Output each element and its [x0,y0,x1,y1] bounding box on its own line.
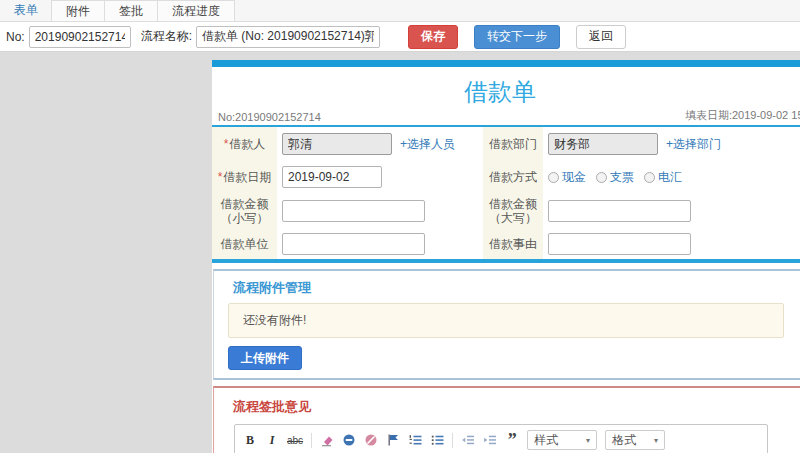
radio-icon [644,172,655,183]
command-bar: No: 流程名称: 保存 转交下一步 返回 [0,22,800,52]
forward-next-step-button[interactable]: 转交下一步 [474,25,560,49]
tab-attachment[interactable]: 附件 [51,0,105,21]
bullet-list-icon [430,433,444,447]
flag-icon [386,433,400,447]
attachment-panel: 流程附件管理 还没有附件! 上传附件 [213,269,800,380]
eraser-icon [320,433,334,447]
department-label: 借款部门 [483,127,543,161]
indent-icon [483,433,497,447]
attachment-panel-heading: 流程附件管理 [233,279,800,297]
loan-date-input[interactable] [282,166,382,188]
approval-panel-heading: 流程签批意见 [233,398,800,416]
loan-date-field [277,161,483,193]
required-mark: * [218,170,223,184]
borrower-field: +选择人员 [277,127,483,161]
loan-unit-input[interactable] [282,233,425,255]
toolbar-separator [311,433,312,448]
radio-icon [548,172,559,183]
amount-lowercase-label: 借款金额（小写） [212,193,277,229]
loan-method-label: 借款方式 [483,161,543,193]
toolbar-separator [452,433,453,448]
outdent-button[interactable] [461,432,475,448]
styles-dropdown[interactable]: 样式 ▾ [527,430,597,450]
amount-uppercase-field [543,193,800,229]
upload-attachment-button[interactable]: 上传附件 [228,346,302,370]
ordered-list-button[interactable] [408,432,422,448]
unlink-button[interactable] [364,432,378,448]
fill-date: 填表日期:2019-09-02 15:27:1 [685,108,800,123]
back-button[interactable]: 返回 [576,25,626,49]
save-button[interactable]: 保存 [408,25,458,49]
loan-reason-input[interactable] [548,233,691,255]
department-field: +选择部门 [543,127,800,161]
outdent-icon [461,433,475,447]
tab-form[interactable]: 表单 [0,0,52,21]
loan-reason-field [543,229,800,259]
amount-uppercase-input[interactable] [548,200,691,222]
amount-lowercase-input[interactable] [282,200,425,222]
blockquote-button[interactable]: ” [505,432,519,448]
required-mark: * [224,137,229,151]
no-label: No: [6,30,25,44]
unlink-icon [364,433,378,447]
top-tab-bar: 表单 附件 签批 流程进度 [0,0,800,22]
loan-reason-label: 借款事由 [483,229,543,259]
remove-format-button[interactable] [320,432,334,448]
loan-unit-field [277,229,483,259]
strikethrough-button[interactable]: abc [287,432,303,448]
format-dropdown[interactable]: 格式 ▾ [605,430,665,450]
loan-method-field: 现金 支票 电汇 [543,161,800,193]
link-button[interactable] [342,432,356,448]
process-name-label: 流程名称: [141,28,192,45]
document-panel: 借款单 No:20190902152714 填表日期:2019-09-02 15… [212,60,800,453]
editor-toolbar: B I abc [235,425,767,453]
page-title: 借款单 [212,67,788,109]
italic-button[interactable]: I [265,432,279,448]
approval-panel: 流程签批意见 B I abc [213,386,800,453]
chevron-down-icon: ▾ [586,436,590,445]
bullet-list-button[interactable] [430,432,444,448]
radio-cheque[interactable]: 支票 [596,169,634,186]
select-department-link[interactable]: +选择部门 [666,136,721,153]
radio-cash[interactable]: 现金 [548,169,586,186]
link-icon [342,433,356,447]
document-no: No:20190902152714 [218,111,321,123]
no-attachment-alert: 还没有附件! [228,303,784,338]
bold-button[interactable]: B [243,432,257,448]
loan-form: * 借款人 +选择人员 借款部门 +选择部门 * 借款日期 借款方式 [212,127,800,263]
borrower-label: * 借款人 [212,127,277,161]
panel-top-accent-bar [212,60,800,67]
no-input[interactable] [29,26,131,48]
loan-unit-label: 借款单位 [212,229,277,259]
document-meta-row: No:20190902152714 填表日期:2019-09-02 15:27:… [212,109,800,127]
tab-approval[interactable]: 签批 [104,0,158,21]
amount-uppercase-label: 借款金额（大写） [483,193,543,229]
borrower-input[interactable] [282,133,392,155]
amount-lowercase-field [277,193,483,229]
flag-anchor-button[interactable] [386,432,400,448]
chevron-down-icon: ▾ [654,436,658,445]
rich-text-editor: B I abc [234,424,768,453]
select-person-link[interactable]: +选择人员 [400,136,455,153]
tab-process-progress[interactable]: 流程进度 [157,0,235,21]
process-name-input[interactable] [196,26,380,48]
loan-date-label: * 借款日期 [212,161,277,193]
radio-icon [596,172,607,183]
department-input[interactable] [548,133,658,155]
indent-button[interactable] [483,432,497,448]
radio-wire-transfer[interactable]: 电汇 [644,169,682,186]
ordered-list-icon [408,433,422,447]
